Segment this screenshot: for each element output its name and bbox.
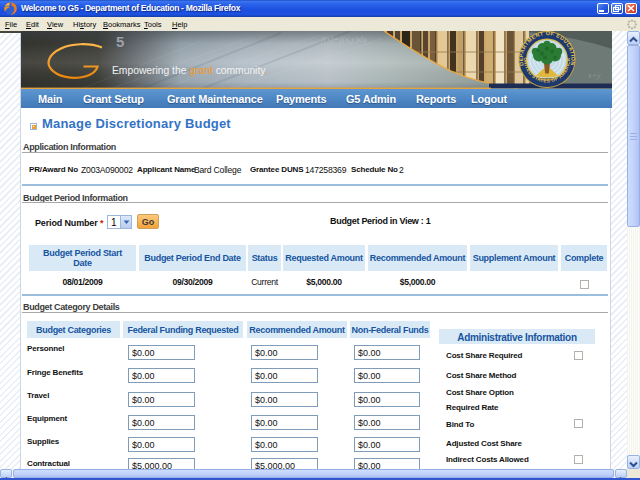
svg-text:f(x)=f(x,y)dx: f(x)=f(x,y)dx xyxy=(321,34,367,44)
svg-text:5: 5 xyxy=(116,33,124,50)
svg-text:x+y: x+y xyxy=(587,71,601,80)
svg-text:Empowering the grant community: Empowering the grant community. xyxy=(112,65,268,76)
